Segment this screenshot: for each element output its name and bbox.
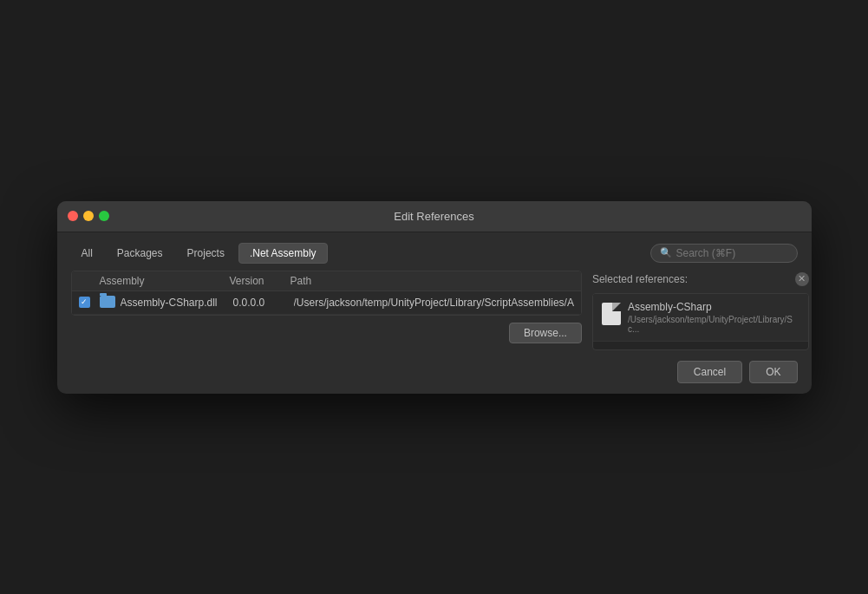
col-header-assembly: Assembly	[100, 275, 230, 287]
row-checkbox-container: ✓	[79, 297, 100, 308]
selected-item-path: /Users/jackson/temp/UnityProject/Library…	[628, 315, 799, 334]
traffic-lights	[68, 211, 109, 221]
titlebar: Edit References	[57, 201, 812, 232]
assembly-table: Assembly Version Path ✓	[71, 271, 582, 316]
search-icon: 🔍	[660, 247, 672, 258]
cancel-button[interactable]: Cancel	[677, 361, 742, 383]
selected-references-header: Selected references: ✕	[592, 272, 809, 286]
tab-all[interactable]: All	[71, 244, 103, 263]
left-panel: Assembly Version Path ✓	[71, 271, 582, 350]
browse-row: Browse...	[71, 316, 582, 350]
window-title: Edit References	[394, 210, 474, 223]
remove-reference-button[interactable]: ✕	[795, 272, 809, 286]
assembly-name: Assembly-CSharp.dll	[121, 297, 233, 309]
main-body: Assembly Version Path ✓	[71, 271, 798, 350]
folder-icon	[100, 296, 115, 308]
tab-net-assembly[interactable]: .Net Assembly	[238, 243, 328, 264]
right-panel: Selected references: ✕ Assembly-CSharp /…	[592, 271, 809, 350]
col-header-path: Path	[290, 275, 574, 287]
tab-projects[interactable]: Projects	[177, 244, 235, 263]
close-button[interactable]	[68, 211, 78, 221]
selected-item-name: Assembly-CSharp	[628, 301, 799, 313]
row-checkbox[interactable]: ✓	[79, 297, 90, 308]
search-box: 🔍	[650, 244, 798, 263]
col-header-version: Version	[230, 275, 290, 287]
edit-references-window: Edit References All Packages Projects .N…	[57, 201, 812, 394]
assembly-folder-icon	[100, 296, 117, 310]
table-body: ✓ Assembly-CSharp.dll 0.0.0.0 /Users/jac…	[72, 291, 581, 315]
selected-references-label: Selected references:	[592, 273, 688, 285]
assembly-version: 0.0.0.0	[233, 297, 294, 309]
footer: Cancel OK	[57, 350, 812, 394]
assembly-path: /Users/jackson/temp/UnityProject/Library…	[294, 297, 574, 309]
selected-references-list: Assembly-CSharp /Users/jackson/temp/Unit…	[592, 293, 809, 350]
browse-button[interactable]: Browse...	[509, 323, 582, 343]
search-input[interactable]	[676, 247, 788, 259]
content-area: All Packages Projects .Net Assembly 🔍 As…	[57, 232, 812, 350]
table-row[interactable]: ✓ Assembly-CSharp.dll 0.0.0.0 /Users/jac…	[72, 291, 581, 315]
table-header: Assembly Version Path	[72, 271, 581, 291]
selected-item-text: Assembly-CSharp /Users/jackson/temp/Unit…	[628, 301, 799, 334]
maximize-button[interactable]	[99, 211, 109, 221]
file-icon	[602, 303, 621, 325]
checkmark-icon: ✓	[81, 298, 88, 306]
selected-item[interactable]: Assembly-CSharp /Users/jackson/temp/Unit…	[593, 294, 808, 342]
tab-packages[interactable]: Packages	[107, 244, 173, 263]
tabs-row: All Packages Projects .Net Assembly 🔍	[71, 243, 798, 264]
ok-button[interactable]: OK	[749, 361, 797, 383]
minimize-button[interactable]	[83, 211, 94, 221]
